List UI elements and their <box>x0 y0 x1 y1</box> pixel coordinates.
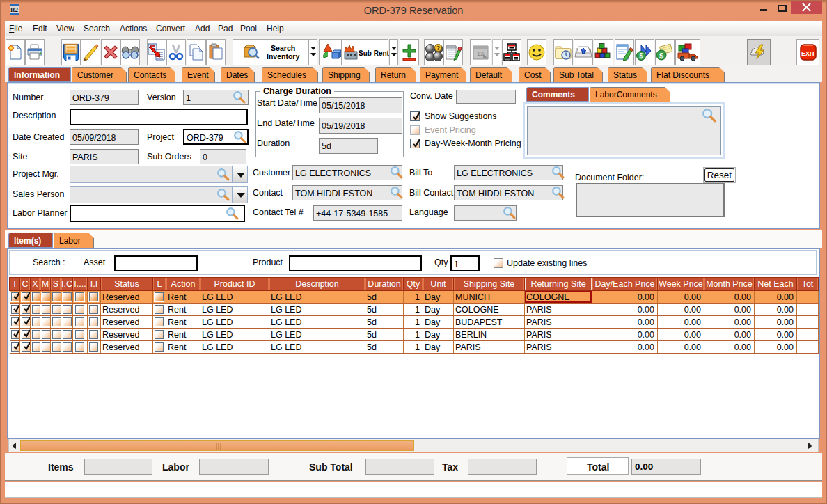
svg-text:$: $ <box>659 52 663 60</box>
svg-text:EXIT: EXIT <box>801 50 815 57</box>
svg-text:12: 12 <box>476 50 483 57</box>
svg-text:$: $ <box>639 52 643 60</box>
svg-text:?: ? <box>436 45 441 52</box>
